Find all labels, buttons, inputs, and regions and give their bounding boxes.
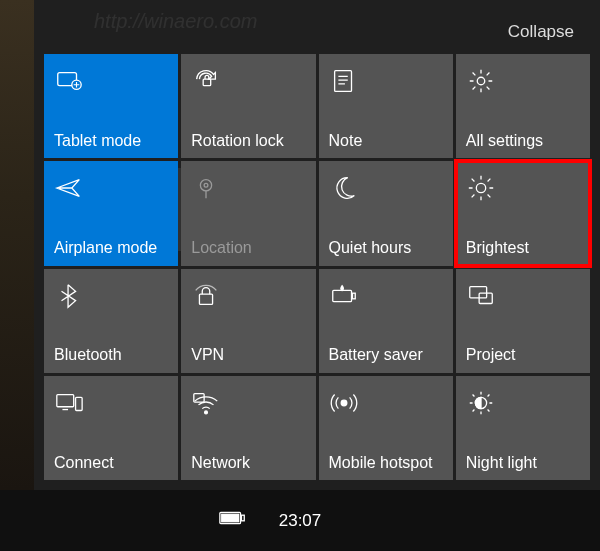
tile-label: All settings	[466, 132, 580, 150]
taskbar-clock[interactable]: 23:07	[279, 511, 322, 531]
battery-tray-icon[interactable]	[218, 503, 248, 538]
tile-label: Brightest	[466, 239, 580, 257]
location-icon	[191, 171, 305, 205]
tile-label: Night light	[466, 454, 580, 472]
tile-tablet-mode[interactable]: Tablet mode	[44, 54, 178, 158]
tile-label: Airplane mode	[54, 239, 168, 257]
tile-label: Network	[191, 454, 305, 472]
tile-connect[interactable]: Connect	[44, 376, 178, 480]
tile-project[interactable]: Project	[456, 269, 590, 373]
tile-label: Tablet mode	[54, 132, 168, 150]
tile-label: Bluetooth	[54, 346, 168, 364]
svg-point-4	[477, 77, 485, 85]
tile-airplane-mode[interactable]: Airplane mode	[44, 161, 178, 265]
svg-point-15	[205, 411, 208, 414]
tile-battery-saver[interactable]: Battery saver	[319, 269, 453, 373]
gear-icon	[466, 64, 580, 98]
svg-point-6	[204, 184, 208, 188]
tile-label: Battery saver	[329, 346, 443, 364]
airplane-icon	[54, 171, 168, 205]
svg-rect-10	[352, 293, 355, 299]
tile-label: Location	[191, 239, 305, 257]
collapse-button[interactable]: Collapse	[508, 22, 574, 41]
tile-night-light[interactable]: Night light	[456, 376, 590, 480]
tile-label: Connect	[54, 454, 168, 472]
vpn-icon	[191, 279, 305, 313]
tile-brightness[interactable]: Brightest	[456, 161, 590, 265]
bluetooth-icon	[54, 279, 168, 313]
desktop-background	[0, 0, 34, 490]
tile-location[interactable]: Location	[181, 161, 315, 265]
tile-note[interactable]: Note	[319, 54, 453, 158]
tile-label: Quiet hours	[329, 239, 443, 257]
tile-network[interactable]: Network	[181, 376, 315, 480]
svg-rect-3	[334, 71, 351, 92]
wifi-icon	[191, 386, 305, 420]
project-icon	[466, 279, 580, 313]
night-light-icon	[466, 386, 580, 420]
svg-rect-21	[222, 514, 239, 522]
quick-actions-grid: Tablet mode Rotation lock Note All setti…	[44, 54, 590, 480]
svg-point-17	[341, 400, 347, 406]
svg-rect-14	[76, 397, 83, 410]
taskbar: 23:07	[0, 490, 600, 551]
tile-all-settings[interactable]: All settings	[456, 54, 590, 158]
svg-point-7	[476, 184, 485, 193]
tile-label: VPN	[191, 346, 305, 364]
action-center-panel: http://winaero.com W Collapse Tablet mod…	[34, 0, 600, 490]
tile-rotation-lock[interactable]: Rotation lock	[181, 54, 315, 158]
tile-label: Rotation lock	[191, 132, 305, 150]
brightness-icon	[466, 171, 580, 205]
svg-rect-9	[332, 290, 351, 301]
tile-quiet-hours[interactable]: Quiet hours	[319, 161, 453, 265]
svg-rect-20	[241, 515, 244, 521]
tile-label: Project	[466, 346, 580, 364]
battery-saver-icon	[329, 279, 443, 313]
svg-rect-11	[470, 286, 487, 297]
svg-rect-2	[203, 79, 211, 86]
tile-label: Note	[329, 132, 443, 150]
tile-vpn[interactable]: VPN	[181, 269, 315, 373]
moon-icon	[329, 171, 443, 205]
tile-bluetooth[interactable]: Bluetooth	[44, 269, 178, 373]
tablet-mode-icon	[54, 64, 168, 98]
tile-label: Mobile hotspot	[329, 454, 443, 472]
hotspot-icon	[329, 386, 443, 420]
connect-icon	[54, 386, 168, 420]
rotation-lock-icon	[191, 64, 305, 98]
note-icon	[329, 64, 443, 98]
svg-rect-8	[200, 294, 213, 304]
tile-mobile-hotspot[interactable]: Mobile hotspot	[319, 376, 453, 480]
svg-point-5	[201, 180, 212, 191]
svg-rect-13	[57, 394, 74, 406]
